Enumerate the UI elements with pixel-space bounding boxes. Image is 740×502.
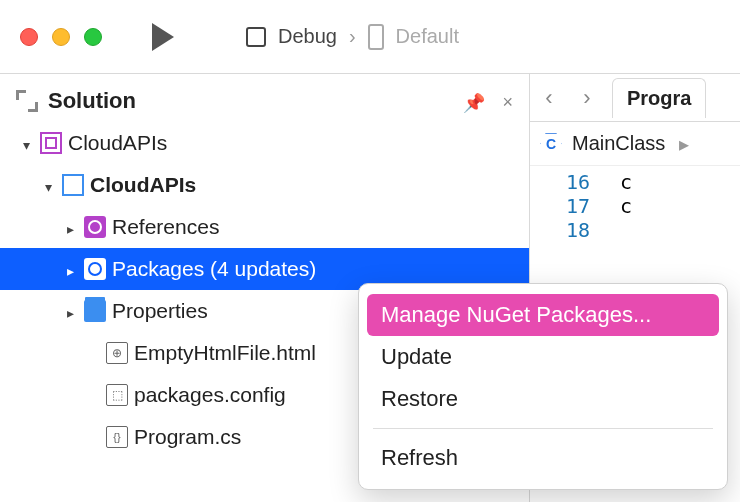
config-label: Debug	[278, 25, 337, 48]
solution-panel-header: Solution 📌 ×	[0, 78, 529, 122]
solution-icon	[16, 90, 38, 112]
maximize-window-button[interactable]	[84, 28, 102, 46]
references-icon	[84, 216, 106, 238]
pin-icon[interactable]: 📌	[463, 92, 485, 114]
tree-label: Properties	[112, 299, 208, 323]
run-button[interactable]	[152, 23, 174, 51]
menu-item-restore[interactable]: Restore	[359, 378, 727, 420]
code-text: c	[620, 194, 632, 218]
nav-back-button[interactable]: ‹	[530, 82, 568, 114]
gutter: 18	[530, 218, 620, 242]
minimize-window-button[interactable]	[52, 28, 70, 46]
config-icon	[246, 27, 266, 47]
context-menu: Manage NuGet Packages... Update Restore …	[358, 283, 728, 490]
disclosure-closed-icon[interactable]	[62, 257, 78, 281]
gutter: 17	[530, 194, 620, 218]
solution-file-icon	[40, 132, 62, 154]
device-label: Default	[396, 25, 459, 48]
tab-label: Progra	[627, 87, 691, 109]
packages-icon	[84, 258, 106, 280]
tree-label: CloudAPIs	[68, 131, 167, 155]
editor-tab[interactable]: Progra	[612, 78, 706, 118]
disclosure-closed-icon[interactable]	[62, 215, 78, 239]
project-icon	[62, 174, 84, 196]
folder-icon	[84, 300, 106, 322]
menu-label: Restore	[381, 386, 458, 411]
editor-tabstrip: ‹ › Progra	[530, 74, 740, 122]
tree-label: Packages (4 updates)	[112, 257, 316, 281]
menu-label: Refresh	[381, 445, 458, 470]
class-icon: C	[540, 133, 562, 155]
tree-label: EmptyHtmlFile.html	[134, 341, 316, 365]
disclosure-open-icon[interactable]	[40, 173, 56, 197]
chevron-right-icon: ▸	[679, 132, 689, 156]
menu-label: Manage NuGet Packages...	[381, 302, 651, 327]
solution-panel-title: Solution	[48, 88, 136, 114]
html-file-icon	[106, 342, 128, 364]
window-controls	[20, 28, 102, 46]
code-text: c	[620, 170, 632, 194]
disclosure-open-icon[interactable]	[18, 131, 34, 155]
tree-project-node[interactable]: CloudAPIs	[0, 164, 529, 206]
menu-label: Update	[381, 344, 452, 369]
device-icon	[368, 24, 384, 50]
nav-forward-button[interactable]: ›	[568, 82, 606, 114]
menu-item-refresh[interactable]: Refresh	[359, 437, 727, 479]
menu-item-manage-nuget[interactable]: Manage NuGet Packages...	[367, 294, 719, 336]
menu-separator	[373, 428, 713, 429]
disclosure-closed-icon[interactable]	[62, 299, 78, 323]
gutter: 16	[530, 170, 620, 194]
config-file-icon	[106, 384, 128, 406]
tree-solution-node[interactable]: CloudAPIs	[0, 122, 529, 164]
tree-label: Program.cs	[134, 425, 241, 449]
csharp-file-icon	[106, 426, 128, 448]
breadcrumb[interactable]: C MainClass ▸	[530, 122, 740, 166]
run-config-selector[interactable]: Debug › Default	[246, 24, 459, 50]
crumb-label: MainClass	[572, 132, 665, 155]
tree-references-node[interactable]: References	[0, 206, 529, 248]
titlebar: Debug › Default	[0, 0, 740, 74]
close-panel-icon[interactable]: ×	[502, 92, 513, 113]
menu-item-update[interactable]: Update	[359, 336, 727, 378]
tree-label: References	[112, 215, 219, 239]
tree-label: CloudAPIs	[90, 173, 196, 197]
tree-label: packages.config	[134, 383, 286, 407]
chevron-right-icon: ›	[349, 25, 356, 48]
close-window-button[interactable]	[20, 28, 38, 46]
